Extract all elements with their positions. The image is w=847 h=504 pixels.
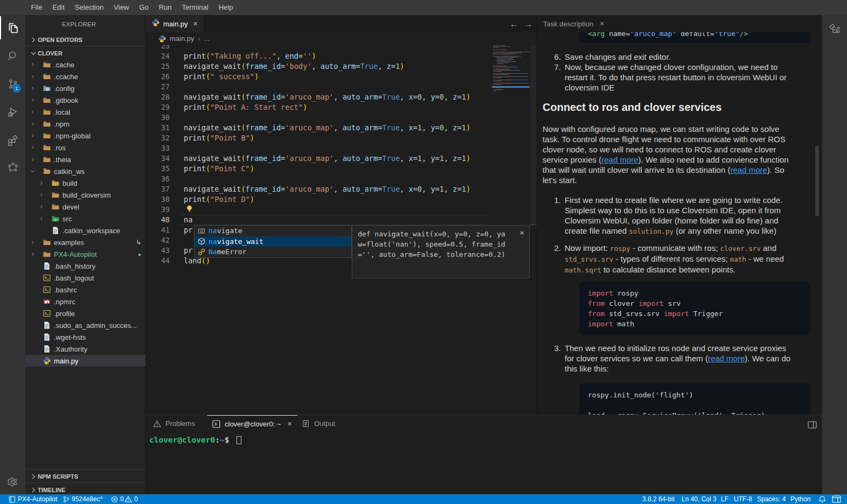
workspace-root-folder[interactable]: CLOVER bbox=[25, 47, 145, 60]
status-0[interactable]: 0 bbox=[124, 494, 138, 504]
suggest-item-navigate_wait[interactable]: navigate_wait bbox=[195, 236, 351, 247]
chevron-right-icon[interactable] bbox=[30, 143, 36, 152]
tree-item-examples[interactable]: examples↳ bbox=[25, 236, 145, 248]
status-python[interactable]: Python bbox=[790, 494, 810, 504]
status-px4-autopilot[interactable]: PX4-Autopilot bbox=[9, 494, 57, 504]
tree-item-PX4-Autopilot[interactable]: PX4-Autopilot● bbox=[25, 248, 145, 260]
cloversim-icon[interactable] bbox=[0, 155, 25, 180]
tree-item-.gitbook[interactable]: .gitbook bbox=[25, 94, 145, 106]
menu-terminal[interactable]: Terminal bbox=[177, 0, 213, 15]
tree-item-.bashrc[interactable]: .bashrc bbox=[25, 284, 145, 296]
tree-item-build_cloversim[interactable]: build_cloversim bbox=[25, 189, 145, 201]
tree-item-.bash_history[interactable]: .bash_history bbox=[25, 260, 145, 272]
chevron-right-icon[interactable] bbox=[30, 155, 36, 164]
breadcrumb-more[interactable]: ... bbox=[204, 34, 210, 43]
tree-item-main.py[interactable]: main.py bbox=[25, 355, 145, 367]
tree-item-build[interactable]: build bbox=[25, 177, 145, 189]
code-editor[interactable]: 2324print("Taking off...", end='')25navi… bbox=[145, 45, 537, 415]
chevron-right-icon[interactable] bbox=[30, 60, 36, 69]
tree-item-.ros[interactable]: .ros bbox=[25, 142, 145, 153]
tree-item-catkin_ws[interactable]: catkin_ws bbox=[25, 165, 145, 177]
tree-item-.config[interactable]: .config bbox=[25, 82, 145, 94]
chevron-down-icon[interactable] bbox=[30, 167, 36, 176]
tab-close-icon[interactable]: × bbox=[600, 19, 604, 28]
tab-close-icon[interactable]: × bbox=[193, 19, 198, 28]
panel-tab-clover-clover0-[interactable]: clover@clover0: ~× bbox=[207, 415, 297, 432]
status-0[interactable]: 0 bbox=[111, 494, 124, 504]
tree-item-.Xauthority[interactable]: .Xauthority bbox=[25, 343, 145, 355]
menu-view[interactable]: View bbox=[109, 0, 134, 15]
panel-tab-output[interactable]: Output bbox=[296, 415, 341, 432]
tree-item-.cache[interactable]: .cache bbox=[25, 59, 145, 71]
open-editors-header[interactable]: OPEN EDITORS bbox=[25, 33, 145, 46]
settings-icon[interactable] bbox=[0, 469, 25, 494]
tree-item-.profile[interactable]: .profile bbox=[25, 307, 145, 319]
chevron-right-icon[interactable] bbox=[30, 84, 36, 93]
source-control-icon[interactable] bbox=[0, 71, 25, 96]
breadcrumb-file[interactable]: main.py bbox=[170, 34, 195, 43]
panel-tab-problems[interactable]: Problems bbox=[148, 415, 200, 432]
chevron-right-icon[interactable] bbox=[38, 179, 44, 187]
status-9524e8ec-[interactable]: 9524e8ec* bbox=[63, 494, 102, 504]
tree-item-.sudo_as_admin_succes...[interactable]: .sudo_as_admin_succes... bbox=[25, 319, 145, 331]
menu-run[interactable]: Run bbox=[154, 0, 177, 15]
chevron-right-icon[interactable] bbox=[38, 191, 44, 199]
menu-edit[interactable]: Edit bbox=[47, 0, 70, 15]
tree-item-.theia[interactable]: .theia bbox=[25, 153, 145, 165]
menu-go[interactable]: Go bbox=[134, 0, 154, 15]
close-icon[interactable]: × bbox=[520, 228, 524, 238]
tree-item-.npmrc[interactable]: .npmrc bbox=[25, 296, 145, 307]
tab-main-py[interactable]: main.py × bbox=[145, 15, 203, 32]
menu-file[interactable]: File bbox=[26, 0, 47, 15]
tree-item-.wget-hsts[interactable]: .wget-hsts bbox=[25, 331, 145, 343]
chevron-right-icon[interactable] bbox=[30, 72, 36, 81]
nav-forward-icon[interactable]: → bbox=[524, 19, 532, 29]
chevron-right-icon[interactable] bbox=[30, 120, 36, 128]
status-bell[interactable] bbox=[818, 494, 826, 504]
nav-back-icon[interactable]: ← bbox=[510, 19, 518, 29]
read-more-link[interactable]: read more bbox=[730, 165, 767, 174]
menu-selection[interactable]: Selection bbox=[70, 0, 108, 15]
terminal[interactable]: clover@clover0:~$ bbox=[149, 436, 234, 445]
tree-item-src[interactable]: src bbox=[25, 213, 145, 225]
search-icon[interactable] bbox=[0, 43, 25, 68]
run-debug-icon[interactable] bbox=[0, 99, 25, 124]
read-more-link[interactable]: read more bbox=[601, 155, 638, 164]
chevron-right-icon[interactable] bbox=[30, 131, 36, 140]
tree-item-devel[interactable]: devel bbox=[25, 201, 145, 213]
panel-toggle-icon[interactable] bbox=[808, 421, 817, 431]
tree-item-.local[interactable]: .local bbox=[25, 106, 145, 118]
code-action-lightbulb-icon[interactable] bbox=[185, 205, 193, 213]
tab-close-icon[interactable]: × bbox=[288, 419, 292, 428]
tab-task-description[interactable]: Task description × bbox=[538, 15, 609, 32]
tree-item-.ccache[interactable]: .ccache bbox=[25, 71, 145, 82]
section-npm-scripts[interactable]: NPM SCRIPTS bbox=[25, 470, 145, 483]
status-spaces-4[interactable]: Spaces: 4 bbox=[757, 494, 786, 504]
chevron-right-icon[interactable] bbox=[30, 250, 36, 258]
chevron-right-icon[interactable] bbox=[30, 108, 36, 116]
extensions-icon[interactable] bbox=[0, 127, 25, 152]
suggest-item-NameError[interactable]: NameError bbox=[195, 247, 351, 257]
tree-item-.catkin_workspace[interactable]: .catkin_workspace bbox=[25, 225, 145, 236]
breadcrumb[interactable]: main.py › ... bbox=[145, 32, 537, 45]
chevron-right-icon[interactable] bbox=[38, 214, 44, 223]
read-more-link[interactable]: read more bbox=[708, 354, 745, 363]
suggest-item-navigate[interactable]: @navigate bbox=[195, 226, 351, 236]
webview-scrollbar[interactable] bbox=[815, 146, 819, 216]
menu-help[interactable]: Help bbox=[213, 0, 238, 15]
chevron-right-icon[interactable] bbox=[30, 96, 36, 104]
editor-scrollbar[interactable] bbox=[530, 45, 537, 225]
status-utf-8[interactable]: UTF-8 bbox=[734, 494, 752, 504]
chevron-right-icon[interactable] bbox=[38, 202, 44, 211]
hierarchy-icon[interactable] bbox=[829, 24, 841, 38]
status-lf[interactable]: LF bbox=[721, 494, 728, 504]
chevron-right-icon[interactable] bbox=[30, 238, 36, 247]
status-ln-40-col-3[interactable]: Ln 40, Col 3 bbox=[682, 494, 717, 504]
explorer-icon[interactable] bbox=[0, 15, 25, 40]
tree-item-.bash_logout[interactable]: .bash_logout bbox=[25, 272, 145, 284]
tree-item-.npm-global[interactable]: .npm-global bbox=[25, 130, 145, 142]
status-3-8-2-64-bit[interactable]: 3.8.2 64-bit bbox=[642, 494, 675, 504]
minimap[interactable] bbox=[492, 45, 530, 103]
tree-item-.npm[interactable]: .npm bbox=[25, 118, 145, 130]
status-layout[interactable] bbox=[832, 494, 841, 504]
